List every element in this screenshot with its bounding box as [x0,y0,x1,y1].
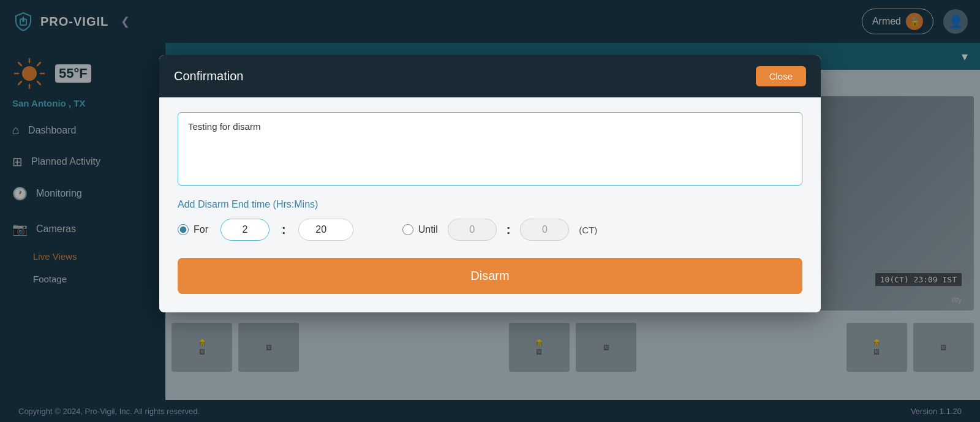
modal-body: Testing for disarm Add Disarm End time (… [159,97,821,312]
until-hours-input[interactable] [448,219,497,241]
ct-label: (CT) [579,225,597,235]
modal-header: Confirmation Close [159,55,821,97]
confirmation-modal: Confirmation Close Testing for disarm Ad… [159,55,821,312]
for-label: For [194,224,208,235]
for-hours-input[interactable] [221,219,270,241]
colon-separator-1: : [282,223,286,237]
reason-textarea[interactable]: Testing for disarm [178,112,802,186]
for-mins-input[interactable] [298,219,353,241]
until-mins-input[interactable] [520,219,569,241]
until-label: Until [418,224,438,235]
until-radio-input[interactable] [402,224,413,235]
for-radio-label[interactable]: For [178,224,208,235]
app-container: PRO-VIGIL ❮ Armed 🔒 👤 [0,0,980,422]
disarm-button[interactable]: Disarm [178,258,802,294]
until-radio-label[interactable]: Until [402,224,438,235]
modal-close-button[interactable]: Close [756,66,806,86]
modal-overlay: Confirmation Close Testing for disarm Ad… [0,0,980,422]
until-section: Until : (CT) [402,219,598,241]
modal-title: Confirmation [174,69,243,83]
time-row: For : Until : (CT) [178,219,802,241]
colon-separator-2: : [507,223,511,237]
disarm-time-label: Add Disarm End time (Hrs:Mins) [178,199,802,210]
for-radio-input[interactable] [178,224,189,235]
